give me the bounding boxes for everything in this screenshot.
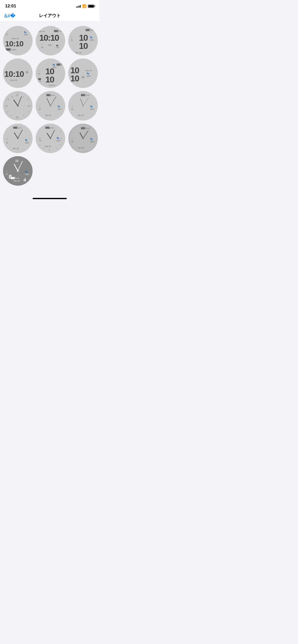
svg-text:Mon 29: Mon 29 (78, 147, 84, 149)
svg-text:8: 8 (7, 111, 8, 113)
svg-text:5: 5 (56, 147, 57, 149)
svg-line-125 (50, 130, 55, 138)
watch-face-9[interactable]: 100% ♡ 45 👣 3820 Mon 29 (68, 91, 98, 121)
svg-text:3820: 3820 (24, 34, 28, 36)
watch-face-2[interactable]: Mon 29 100% 10:10 ♡ 45 3820 📷 132 (36, 26, 65, 55)
svg-rect-7 (6, 49, 10, 50)
watch-row-5: 12 ♡ 45 👣 3820 100% Mon 29 8 4 (3, 156, 96, 186)
svg-rect-130 (81, 127, 85, 129)
svg-text:👣: 👣 (90, 36, 92, 39)
svg-line-151 (14, 164, 18, 171)
watch-face-6[interactable]: 10 10 38 Mon 29 👣 3820 (68, 58, 98, 88)
back-button[interactable]: &#� (4, 13, 16, 19)
svg-text:👣: 👣 (25, 170, 28, 173)
watch-face-1[interactable]: ♡ 45 👣 3820 Mon 29 10:10 100% (3, 26, 33, 55)
watch-row-3: 12 3 6 9 1 2 4 5 7 8 10 11 (3, 91, 96, 121)
svg-text:Mon 29: Mon 29 (78, 114, 84, 116)
wifi-icon: 📶 (82, 4, 86, 8)
svg-text:45: 45 (38, 73, 40, 75)
svg-text:132: 132 (56, 47, 59, 48)
svg-line-136 (80, 133, 83, 138)
svg-text:👣: 👣 (90, 105, 93, 108)
svg-line-104 (18, 130, 22, 138)
watch-face-13[interactable]: 12 ♡ 45 👣 3820 100% Mon 29 8 4 (3, 156, 33, 186)
svg-line-137 (83, 131, 88, 138)
watch-face-12[interactable]: 100% ♡ 45 👣 3820 Mon 29 (68, 124, 98, 153)
svg-line-68 (18, 97, 21, 106)
watch-row-1: ♡ 45 👣 3820 Mon 29 10:10 100% Mon 29 (3, 26, 96, 55)
watch-face-4[interactable]: 10:10 38 Mon 29 (3, 58, 33, 88)
svg-text:2: 2 (27, 99, 28, 100)
svg-point-69 (17, 105, 19, 107)
svg-line-124 (47, 133, 50, 138)
svg-text:45: 45 (6, 34, 8, 36)
svg-rect-20 (86, 29, 89, 31)
watch-face-11[interactable]: 12 6 9 3 1 2 4 5 7 8 100% ♡ 45 👣 3820 (36, 124, 65, 153)
svg-point-138 (82, 138, 84, 139)
svg-text:45: 45 (39, 140, 41, 142)
svg-text:100%: 100% (61, 64, 65, 66)
svg-text:3: 3 (28, 105, 29, 107)
svg-text:3820: 3820 (90, 39, 94, 41)
svg-text:1: 1 (56, 128, 57, 130)
svg-text:100%: 100% (50, 127, 54, 129)
svg-text:4: 4 (60, 144, 61, 146)
svg-text:132: 132 (38, 80, 41, 82)
svg-text:👣: 👣 (25, 139, 28, 141)
svg-text:3820: 3820 (90, 108, 94, 110)
svg-text:3820: 3820 (25, 142, 29, 144)
svg-text:45: 45 (71, 39, 73, 41)
svg-text:👣: 👣 (58, 105, 60, 108)
svg-text:3820: 3820 (57, 140, 61, 142)
watch-face-5[interactable]: 👣 3820 100% ♡ 45 10 10 📷 132 Mon 29 (36, 58, 65, 88)
svg-text:👣: 👣 (57, 137, 59, 139)
svg-text:45: 45 (71, 141, 73, 143)
svg-line-152 (18, 161, 22, 171)
svg-line-89 (83, 97, 89, 106)
svg-text:100%: 100% (86, 95, 90, 96)
watch-row-4: 100% ♡ 45 👣 3820 Mon 29 (3, 124, 96, 153)
signal-icon (76, 5, 81, 8)
svg-text:100%: 100% (59, 31, 63, 32)
svg-text:👣: 👣 (24, 31, 26, 34)
svg-text:7: 7 (44, 147, 45, 149)
battery-icon (88, 5, 94, 8)
page-title: レイアウト (39, 13, 61, 19)
svg-text:♡: ♡ (6, 31, 8, 34)
svg-text:♡: ♡ (71, 138, 73, 140)
svg-text:4: 4 (23, 178, 26, 183)
svg-text:1: 1 (23, 96, 24, 97)
svg-text:45: 45 (6, 142, 8, 144)
svg-text:Mon 29: Mon 29 (13, 148, 19, 149)
watch-face-8[interactable]: 100% ♡ 45 👣 3820 Mon 29 (36, 91, 65, 121)
svg-text:6: 6 (49, 149, 50, 151)
svg-text:♡: ♡ (39, 137, 41, 139)
svg-point-105 (17, 138, 19, 139)
svg-text:♡: ♡ (6, 139, 8, 141)
home-indicator (0, 195, 99, 201)
svg-text:8: 8 (39, 144, 40, 146)
watch-face-3[interactable]: 100% ♡ 45 10 10 👣 3820 Mon 29 (68, 26, 98, 55)
svg-text:100%: 100% (18, 127, 22, 129)
svg-text:10: 10 (70, 74, 79, 83)
svg-text:10: 10 (45, 75, 54, 84)
svg-text:45: 45 (39, 108, 41, 110)
svg-text:100%: 100% (16, 178, 20, 179)
svg-text:Mon 29: Mon 29 (45, 114, 51, 116)
svg-point-126 (50, 138, 51, 139)
svg-text:8: 8 (9, 173, 12, 180)
watch-face-10[interactable]: 100% ♡ 45 👣 3820 Mon 29 (3, 124, 33, 153)
svg-point-90 (83, 105, 84, 106)
svg-text:♡: ♡ (6, 170, 8, 173)
svg-text:♡: ♡ (39, 105, 41, 108)
svg-line-77 (47, 98, 50, 106)
svg-text:45: 45 (71, 108, 73, 110)
svg-line-103 (14, 133, 18, 138)
svg-text:100%: 100% (12, 49, 17, 51)
svg-rect-11 (54, 30, 58, 32)
svg-text:Mon 29: Mon 29 (39, 31, 45, 32)
svg-rect-35 (57, 64, 60, 65)
status-bar: 12:01 📶 (0, 0, 99, 11)
watch-face-7[interactable]: 12 3 6 9 1 2 4 5 7 8 10 11 (3, 91, 33, 121)
svg-text:♡: ♡ (71, 105, 73, 108)
